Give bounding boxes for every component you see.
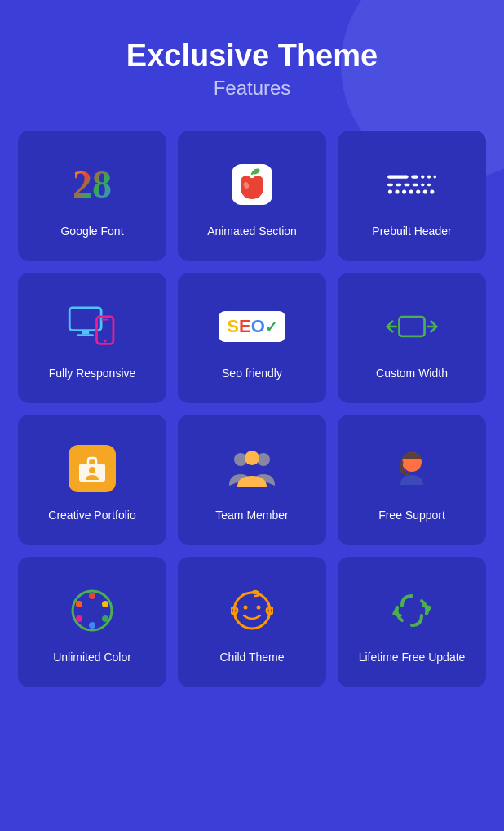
svg-rect-6 bbox=[387, 175, 409, 178]
svg-point-45 bbox=[76, 601, 82, 607]
svg-rect-12 bbox=[396, 183, 401, 185]
svg-rect-26 bbox=[77, 334, 93, 336]
card-creative-portfolio: Creative Portfolio bbox=[18, 415, 166, 545]
card-unlimited-color: Unlimited Color bbox=[18, 557, 166, 687]
free-support-icon bbox=[386, 442, 438, 495]
card-seo-friendly: SEO✓ Seo friendly bbox=[178, 273, 326, 403]
card-seo-friendly-label: Seo friendly bbox=[222, 366, 282, 380]
svg-point-48 bbox=[244, 605, 248, 609]
svg-point-47 bbox=[234, 593, 270, 629]
card-animated-section-label: Animated Section bbox=[207, 224, 297, 238]
svg-point-21 bbox=[416, 189, 420, 193]
card-animated-section: Animated Section bbox=[178, 131, 326, 261]
svg-point-20 bbox=[409, 189, 413, 193]
svg-rect-15 bbox=[421, 183, 424, 185]
unlimited-color-icon bbox=[66, 584, 118, 637]
svg-point-17 bbox=[388, 189, 392, 193]
seo-friendly-icon: SEO✓ bbox=[226, 300, 278, 353]
svg-point-22 bbox=[423, 189, 427, 193]
card-lifetime-update: Lifetime Free Update bbox=[338, 557, 486, 687]
svg-rect-16 bbox=[427, 183, 431, 185]
svg-point-42 bbox=[102, 615, 108, 622]
card-team-member: Team Member bbox=[178, 415, 326, 545]
card-free-support: Free Support bbox=[338, 415, 486, 545]
svg-point-19 bbox=[402, 189, 406, 193]
fully-responsive-icon bbox=[66, 300, 118, 353]
custom-width-icon bbox=[386, 300, 438, 353]
svg-point-28 bbox=[104, 339, 107, 342]
svg-rect-10 bbox=[434, 175, 436, 178]
page-header: Exclusive Theme Features bbox=[0, 0, 504, 116]
card-fully-responsive: Fully Responsive bbox=[18, 273, 166, 403]
team-member-icon bbox=[226, 442, 278, 495]
svg-point-49 bbox=[257, 605, 261, 609]
svg-point-23 bbox=[430, 189, 434, 193]
card-google-font: 28 Google Font bbox=[18, 131, 166, 261]
features-grid: 28 Google Font Animated Section bbox=[0, 116, 504, 712]
svg-rect-7 bbox=[411, 175, 418, 178]
card-lifetime-update-label: Lifetime Free Update bbox=[359, 650, 466, 664]
card-custom-width-label: Custom Width bbox=[376, 366, 448, 380]
card-creative-portfolio-label: Creative Portfolio bbox=[48, 508, 135, 522]
svg-rect-14 bbox=[413, 183, 418, 185]
svg-point-3 bbox=[252, 176, 263, 189]
page-title: Exclusive Theme bbox=[16, 39, 488, 73]
card-child-theme: Child Theme bbox=[178, 557, 326, 687]
lifetime-update-icon bbox=[386, 584, 438, 637]
svg-rect-13 bbox=[405, 183, 410, 185]
card-custom-width: Custom Width bbox=[338, 273, 486, 403]
svg-point-46 bbox=[92, 611, 102, 620]
svg-rect-8 bbox=[421, 175, 424, 178]
svg-rect-9 bbox=[427, 175, 431, 178]
child-theme-icon bbox=[226, 584, 278, 637]
card-unlimited-color-label: Unlimited Color bbox=[53, 650, 131, 664]
card-prebuilt-header: Prebuilt Header bbox=[338, 131, 486, 261]
card-team-member-label: Team Member bbox=[215, 508, 288, 522]
svg-point-38 bbox=[407, 472, 410, 475]
svg-point-35 bbox=[245, 451, 259, 465]
google-font-icon: 28 bbox=[66, 158, 118, 211]
svg-rect-25 bbox=[82, 330, 89, 334]
card-fully-responsive-label: Fully Responsive bbox=[49, 366, 136, 380]
card-google-font-label: Google Font bbox=[60, 224, 123, 238]
svg-point-18 bbox=[395, 189, 399, 193]
page-subtitle: Features bbox=[16, 77, 488, 100]
card-prebuilt-header-label: Prebuilt Header bbox=[372, 224, 451, 238]
creative-portfolio-icon bbox=[66, 442, 118, 495]
prebuilt-header-icon bbox=[386, 158, 438, 211]
svg-point-40 bbox=[89, 593, 95, 599]
card-free-support-label: Free Support bbox=[378, 508, 445, 522]
svg-point-43 bbox=[89, 622, 95, 629]
card-child-theme-label: Child Theme bbox=[219, 650, 284, 664]
animated-section-icon bbox=[226, 158, 278, 211]
svg-point-32 bbox=[89, 467, 95, 473]
svg-rect-11 bbox=[387, 183, 393, 185]
svg-point-41 bbox=[102, 601, 108, 607]
svg-rect-30 bbox=[399, 317, 424, 336]
svg-rect-29 bbox=[101, 318, 108, 320]
svg-point-44 bbox=[76, 615, 82, 622]
